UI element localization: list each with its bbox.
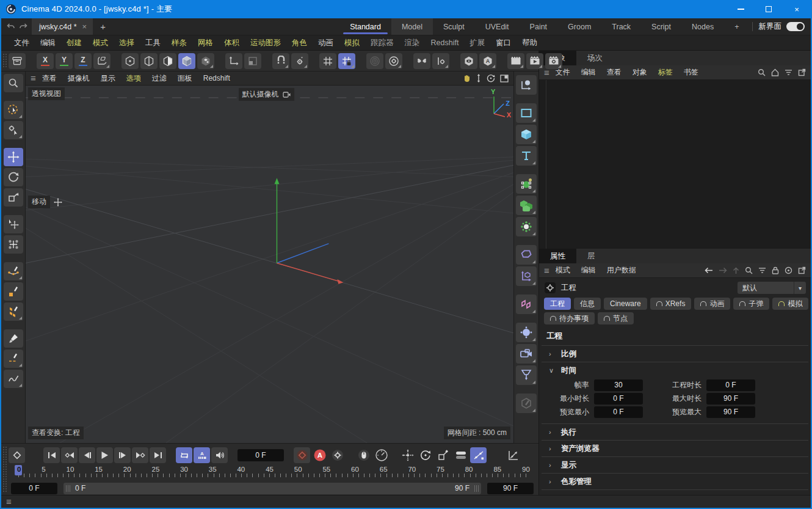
maximize-button[interactable] [755,0,783,18]
viewport-menu-redshift[interactable]: Redshift [198,74,235,82]
attr-tab-project[interactable]: 工程 [544,298,571,310]
attr-tab-cineware[interactable]: Cineware [604,298,647,310]
am-filter-icon[interactable] [758,267,766,274]
am-menu-mode[interactable]: 模式 [551,265,575,276]
axis-modification-button[interactable] [225,53,242,69]
am-search-icon[interactable] [745,266,753,274]
menu-mograph[interactable]: 运动图形 [245,38,286,48]
sketch-tool-button[interactable] [4,370,23,388]
attr-tab-xrefs[interactable]: XRefs [650,298,692,310]
attr-tab-nodes[interactable]: 节点 [598,312,634,324]
camera-link-icon[interactable] [283,91,291,98]
keyframe-diamond-button[interactable] [9,447,25,463]
preview-min-field[interactable]: 0 F [594,406,643,418]
previous-key-button[interactable] [61,447,78,463]
om-detach-icon[interactable] [798,68,806,76]
snap-settings-button[interactable] [291,53,308,69]
normal-move-tool-button[interactable] [4,235,23,254]
tab-layers[interactable]: 层 [576,249,606,263]
menu-animate[interactable]: 动画 [313,38,339,48]
record-keyframe-button[interactable] [294,447,310,463]
om-filter-icon[interactable] [785,69,792,76]
attr-tab-info[interactable]: 信息 [574,298,601,310]
rotate-tool-button[interactable] [4,168,23,186]
next-key-button[interactable] [132,447,148,463]
preview-max-field[interactable]: 90 F [706,406,755,418]
tweak-mode-button[interactable] [4,121,23,139]
model-mode-button[interactable] [178,53,195,69]
range-end-field[interactable]: 90 F [487,483,534,494]
orbit-icon[interactable] [487,74,495,82]
viewport-menu-options[interactable]: 选项 [121,73,146,84]
quantize-grid-button[interactable] [338,53,355,69]
menu-redshift[interactable]: Redshift [426,38,465,47]
modeling-settings-button[interactable] [385,53,402,69]
menu-volume[interactable]: 体积 [219,38,245,48]
pan-hand-icon[interactable] [463,74,471,82]
polygon-pen-tool-button[interactable] [4,302,23,321]
text-object-button[interactable] [516,146,537,166]
lock-z-axis-button[interactable]: Z [74,53,92,69]
menu-spline[interactable]: 样条 [166,38,192,48]
attr-tab-animation[interactable]: 动画 [694,298,730,310]
layout-tab-sculpt[interactable]: Sculpt [433,18,475,35]
document-tab[interactable]: jwsky.c4d * × [32,18,93,35]
axis-workplane-button[interactable] [244,53,261,69]
om-search-icon[interactable] [758,68,766,76]
toggle-panel-icon[interactable] [500,75,509,82]
om-home-icon[interactable] [771,68,779,76]
menu-edit[interactable]: 编辑 [35,38,61,48]
toolbar-grip[interactable] [2,53,7,68]
menu-tracker[interactable]: 跟踪器 [365,38,399,48]
render-settings-button[interactable] [545,53,562,69]
live-selection-tool-button[interactable] [4,101,23,119]
points-mode-button[interactable] [121,53,139,69]
menu-mode[interactable]: 模式 [87,38,114,48]
attr-tab-todo[interactable]: 待办事项 [544,312,595,324]
am-up-icon[interactable] [733,267,739,274]
spline-primitive-button[interactable] [516,103,537,123]
project-time-field[interactable]: 0 F [706,379,755,391]
zoom-tool-button[interactable] [4,74,23,92]
light-object-button[interactable] [516,365,537,385]
play-mode-button[interactable]: A [194,447,210,463]
range-start-field[interactable]: 0 F [11,483,57,494]
cube-primitive-button[interactable] [516,125,537,144]
timeline-ruler[interactable]: 051015202530354045505560657075808590 [11,466,534,480]
viewport-canvas[interactable]: 透视视图 默认摄像机 Y Z [26,86,513,443]
generator-button[interactable] [516,217,537,236]
group-time[interactable]: ∨ 时间 [539,362,811,378]
goto-start-button[interactable] [43,447,60,463]
scale-tool-button[interactable] [4,188,23,207]
om-menu-object[interactable]: 对象 [628,67,652,78]
range-right-grip[interactable] [474,485,479,492]
group-display[interactable]: › 显示 [539,457,811,473]
layout-tab-script[interactable]: Script [641,18,681,35]
goto-end-button[interactable] [150,447,166,463]
spline-arc-tool-button[interactable] [4,282,23,301]
group-execution[interactable]: › 执行 [539,424,811,440]
view-name-label[interactable]: 透视视图 [28,87,65,100]
viewport-menu-camera[interactable]: 摄像机 [63,73,95,84]
document-tab-close-icon[interactable]: × [82,22,87,31]
preset-dropdown-arrow-icon[interactable]: ▾ [794,282,806,294]
max-time-field[interactable]: 90 F [706,393,755,405]
menu-tools[interactable]: 工具 [140,38,166,48]
viewport-menu-filter[interactable]: 过滤 [147,73,172,84]
layout-tab-uvedit[interactable]: UVEdit [475,18,520,35]
transfer-tool-button[interactable] [4,215,23,233]
add-document-tab-button[interactable]: + [93,18,113,35]
lock-y-axis-button[interactable]: Y [56,53,73,69]
next-frame-button[interactable] [114,447,131,463]
menu-render[interactable]: 渲染 [399,38,426,48]
minimize-button[interactable] [727,0,755,18]
menu-simulate[interactable]: 模拟 [339,38,365,48]
menu-select[interactable]: 选择 [114,38,140,48]
spline-pen-tool-button[interactable] [4,262,23,280]
camera-object-button[interactable] [516,344,537,364]
subdivision-surface-button[interactable] [516,174,537,194]
menu-character[interactable]: 角色 [286,38,313,48]
am-detach-icon[interactable] [798,266,806,274]
modeling-nothing-icon[interactable] [366,53,383,69]
volume-builder-button[interactable] [516,196,537,215]
